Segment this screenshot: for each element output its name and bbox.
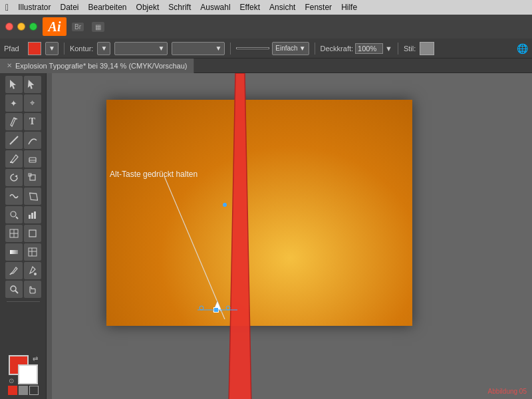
svg-rect-14 bbox=[34, 211, 36, 219]
tab-bar: ✕ Explosion Typografie* bei 39,14 % (CMY… bbox=[0, 59, 532, 73]
close-button[interactable] bbox=[5, 23, 13, 31]
menu-hilfe[interactable]: Hilfe bbox=[341, 3, 357, 12]
svg-rect-18 bbox=[29, 230, 36, 237]
minimize-button[interactable] bbox=[17, 23, 25, 31]
fill-options-dropdown[interactable]: ▼ bbox=[45, 42, 59, 55]
menu-illustrator[interactable]: Illustrator bbox=[18, 3, 51, 12]
column-graph-tool[interactable] bbox=[24, 206, 41, 223]
stil-label: Stil: bbox=[404, 45, 416, 53]
opacity-input[interactable] bbox=[355, 43, 383, 54]
mesh-tool[interactable] bbox=[24, 243, 41, 261]
free-transform-tool[interactable] bbox=[24, 188, 41, 205]
app-logo: Ai bbox=[43, 17, 66, 36]
zoom-tool[interactable] bbox=[5, 281, 23, 298]
svg-line-26 bbox=[15, 291, 18, 293]
kontur-value-dropdown[interactable]: ▼ bbox=[172, 42, 225, 55]
small-swatches bbox=[3, 386, 43, 395]
rotate-tool[interactable] bbox=[5, 169, 23, 186]
scroll-indicator bbox=[47, 73, 52, 399]
fill-color-swatch[interactable] bbox=[28, 42, 41, 55]
menu-objekt[interactable]: Objekt bbox=[136, 3, 160, 12]
svg-rect-7 bbox=[30, 175, 35, 180]
kontur-width-dropdown[interactable]: ▼ bbox=[114, 42, 168, 55]
svg-rect-13 bbox=[31, 213, 33, 219]
lasso-tool[interactable]: ⌖ bbox=[24, 94, 41, 112]
tab-close-icon[interactable]: ✕ bbox=[7, 62, 12, 69]
tool-row-3: T bbox=[5, 113, 41, 130]
menu-datei[interactable]: Datei bbox=[60, 3, 78, 12]
line-tool[interactable] bbox=[5, 132, 23, 149]
artboard bbox=[106, 100, 412, 326]
tool-row-2: ✦ ⌖ bbox=[5, 94, 41, 112]
svg-rect-9 bbox=[29, 193, 37, 200]
stroke-style-dropdown[interactable]: Einfach▼ bbox=[272, 42, 309, 55]
menu-schrift[interactable]: Schrift bbox=[168, 3, 191, 12]
svg-line-23 bbox=[10, 273, 11, 275]
color-swatch-none[interactable] bbox=[29, 386, 39, 395]
title-bar: Ai Br ▦ bbox=[0, 15, 532, 39]
document-tab[interactable]: ✕ Explosion Typografie* bei 39,14 % (CMY… bbox=[0, 59, 194, 73]
property-toolbar: Pfad ▼ Kontur: ▼ ▼ ▼ Einfach▼ Deckkraft:… bbox=[0, 39, 532, 59]
arc-tool[interactable] bbox=[24, 132, 41, 149]
tool-row-8 bbox=[5, 206, 41, 223]
swap-colors-icon[interactable]: ⇄ bbox=[33, 355, 38, 362]
color-section: ⇄ ⊙ bbox=[0, 352, 46, 399]
stroke-style-container: Einfach▼ bbox=[236, 42, 309, 55]
apple-menu[interactable]:  bbox=[5, 2, 9, 13]
opacity-container: Deckkraft: ▼ bbox=[321, 43, 392, 54]
tool-row-11 bbox=[5, 262, 41, 279]
tool-row-10 bbox=[5, 243, 41, 261]
toolbar-separator-2 bbox=[230, 43, 231, 55]
traffic-lights bbox=[5, 23, 37, 31]
magic-wand-tool[interactable]: ✦ bbox=[5, 94, 23, 112]
tool-panel: ✦ ⌖ T bbox=[0, 73, 47, 399]
pencil-tool[interactable] bbox=[5, 150, 23, 168]
tool-divider bbox=[7, 301, 40, 302]
menu-ansicht[interactable]: Ansicht bbox=[269, 3, 295, 12]
toolbar-separator-3 bbox=[315, 43, 315, 55]
scale-tool[interactable] bbox=[24, 169, 41, 186]
selection-tool[interactable] bbox=[5, 76, 23, 93]
svg-marker-6 bbox=[15, 175, 17, 178]
tool-row-1 bbox=[5, 76, 41, 93]
paint-bucket-tool[interactable] bbox=[24, 262, 41, 279]
menu-bar:  Illustrator Datei Bearbeiten Objekt Sc… bbox=[0, 0, 532, 15]
artboard-tool[interactable] bbox=[24, 225, 41, 242]
color-swatch-gray[interactable] bbox=[19, 386, 28, 395]
menu-auswahl[interactable]: Auswahl bbox=[200, 3, 230, 12]
tool-row-5 bbox=[5, 150, 41, 168]
stroke-line-preview bbox=[236, 47, 269, 49]
slice-tool[interactable] bbox=[5, 225, 23, 242]
svg-rect-3 bbox=[10, 162, 13, 163]
callout-text: Alt-Taste gedrückt halten bbox=[110, 170, 198, 179]
background-color-swatch[interactable] bbox=[18, 364, 38, 384]
kontur-dropdown[interactable]: ▼ bbox=[97, 42, 110, 55]
pen-tool[interactable] bbox=[5, 113, 23, 130]
svg-marker-1 bbox=[27, 80, 34, 89]
eyedropper-tool[interactable] bbox=[5, 262, 23, 279]
svg-rect-12 bbox=[29, 215, 31, 219]
type-tool[interactable]: T bbox=[24, 113, 41, 130]
globe-icon[interactable]: 🌐 bbox=[517, 43, 528, 54]
menu-fenster[interactable]: Fenster bbox=[305, 3, 332, 12]
color-swatch-red[interactable] bbox=[8, 386, 17, 395]
hand-tool[interactable] bbox=[24, 281, 41, 298]
warp-tool[interactable] bbox=[5, 188, 23, 205]
gradient-tool[interactable] bbox=[5, 243, 23, 261]
fg-bg-swatches: ⇄ ⊙ bbox=[9, 355, 38, 384]
direct-selection-tool[interactable] bbox=[24, 76, 41, 93]
stil-swatch[interactable] bbox=[420, 42, 434, 55]
br-badge[interactable]: Br bbox=[72, 23, 84, 31]
symbol-sprayer-tool[interactable] bbox=[5, 206, 23, 223]
toolbar-separator-1 bbox=[64, 43, 65, 55]
grid-button[interactable]: ▦ bbox=[92, 22, 104, 32]
maximize-button[interactable] bbox=[29, 23, 37, 31]
tool-row-12 bbox=[5, 281, 41, 298]
tab-title: Explosion Typografie* bei 39,14 % (CMYK/… bbox=[15, 62, 187, 70]
svg-point-24 bbox=[34, 273, 37, 275]
tool-row-9 bbox=[5, 225, 41, 242]
eraser-tool[interactable] bbox=[24, 150, 41, 168]
menu-effekt[interactable]: Effekt bbox=[240, 3, 260, 12]
menu-bearbeiten[interactable]: Bearbeiten bbox=[88, 3, 127, 12]
reset-colors-icon[interactable]: ⊙ bbox=[9, 377, 14, 384]
